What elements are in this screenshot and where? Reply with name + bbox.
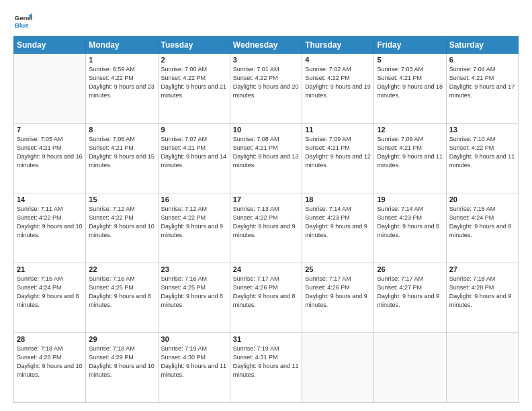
- day-number: 25: [305, 265, 371, 273]
- day-info: Sunrise: 7:10 AMSunset: 4:22 PMDaylight:…: [449, 135, 515, 170]
- calendar-cell: 28Sunrise: 7:18 AMSunset: 4:28 PMDayligh…: [14, 333, 86, 403]
- day-info: Sunrise: 7:07 AMSunset: 4:21 PMDaylight:…: [161, 135, 227, 170]
- day-number: 20: [449, 195, 515, 203]
- sunrise-text: Sunrise: 7:09 AM: [305, 136, 351, 142]
- daylight-text: Daylight: 9 hours and 8 minutes.: [161, 293, 224, 308]
- sunset-text: Sunset: 4:24 PM: [449, 214, 494, 221]
- sunrise-text: Sunrise: 7:18 AM: [449, 275, 496, 282]
- sunset-text: Sunset: 4:25 PM: [89, 284, 134, 291]
- weekday-header-row: SundayMondayTuesdayWednesdayThursdayFrid…: [14, 37, 519, 54]
- daylight-text: Daylight: 9 hours and 16 minutes.: [17, 153, 83, 169]
- day-info: Sunrise: 7:18 AMSunset: 4:28 PMDaylight:…: [449, 275, 515, 310]
- day-number: 11: [305, 126, 371, 134]
- calendar-cell: 17Sunrise: 7:13 AMSunset: 4:22 PMDayligh…: [230, 193, 302, 263]
- sunrise-text: Sunrise: 7:19 AM: [233, 345, 279, 352]
- day-number: 16: [161, 195, 227, 203]
- calendar-cell: 5Sunrise: 7:03 AMSunset: 4:21 PMDaylight…: [374, 54, 446, 124]
- weekday-header-friday: Friday: [374, 37, 446, 54]
- sunrise-text: Sunrise: 7:11 AM: [17, 205, 63, 212]
- day-number: 9: [161, 126, 227, 134]
- daylight-text: Daylight: 9 hours and 9 minutes.: [233, 223, 296, 238]
- day-number: 5: [377, 56, 443, 64]
- calendar-cell: 13Sunrise: 7:10 AMSunset: 4:22 PMDayligh…: [446, 124, 518, 193]
- sunrise-text: Sunrise: 7:16 AM: [161, 275, 208, 282]
- calendar-cell: 7Sunrise: 7:05 AMSunset: 4:21 PMDaylight…: [14, 124, 86, 193]
- calendar-cell: 27Sunrise: 7:18 AMSunset: 4:28 PMDayligh…: [446, 263, 518, 333]
- sunset-text: Sunset: 4:22 PM: [449, 144, 494, 151]
- calendar-cell: 6Sunrise: 7:04 AMSunset: 4:21 PMDaylight…: [446, 54, 518, 124]
- sunrise-text: Sunrise: 7:15 AM: [449, 205, 496, 212]
- day-info: Sunrise: 7:00 AMSunset: 4:22 PMDaylight:…: [161, 65, 227, 100]
- weekday-header-sunday: Sunday: [14, 37, 86, 54]
- daylight-text: Daylight: 9 hours and 9 minutes.: [161, 223, 224, 238]
- day-number: 3: [233, 56, 299, 64]
- daylight-text: Daylight: 9 hours and 11 minutes.: [377, 153, 443, 169]
- sunrise-text: Sunrise: 7:07 AM: [161, 136, 208, 142]
- day-number: 1: [89, 56, 154, 64]
- calendar-cell: 10Sunrise: 7:08 AMSunset: 4:21 PMDayligh…: [230, 124, 302, 193]
- weekday-header-monday: Monday: [86, 37, 158, 54]
- sunrise-text: Sunrise: 7:17 AM: [377, 275, 423, 282]
- sunset-text: Sunset: 4:26 PM: [305, 284, 350, 291]
- sunset-text: Sunset: 4:22 PM: [89, 214, 134, 221]
- weekday-header-wednesday: Wednesday: [230, 37, 302, 54]
- day-number: 7: [17, 126, 83, 134]
- sunrise-text: Sunrise: 7:02 AM: [305, 66, 351, 73]
- daylight-text: Daylight: 9 hours and 8 minutes.: [89, 293, 151, 308]
- daylight-text: Daylight: 9 hours and 9 minutes.: [305, 223, 367, 238]
- calendar-cell: 25Sunrise: 7:17 AMSunset: 4:26 PMDayligh…: [302, 263, 374, 333]
- calendar-cell: 21Sunrise: 7:15 AMSunset: 4:24 PMDayligh…: [14, 263, 86, 333]
- day-number: 18: [305, 195, 371, 203]
- sunset-text: Sunset: 4:22 PM: [89, 75, 134, 81]
- day-number: 22: [89, 265, 154, 273]
- day-info: Sunrise: 7:19 AMSunset: 4:31 PMDaylight:…: [233, 345, 299, 379]
- day-info: Sunrise: 7:05 AMSunset: 4:21 PMDaylight:…: [17, 135, 83, 170]
- day-number: 4: [305, 56, 371, 64]
- sunset-text: Sunset: 4:21 PM: [233, 144, 278, 151]
- day-number: 31: [233, 335, 299, 343]
- calendar-table: SundayMondayTuesdayWednesdayThursdayFrid…: [13, 36, 519, 403]
- sunset-text: Sunset: 4:21 PM: [305, 144, 350, 151]
- sunset-text: Sunset: 4:22 PM: [161, 214, 206, 221]
- sunrise-text: Sunrise: 7:15 AM: [17, 275, 63, 282]
- daylight-text: Daylight: 9 hours and 11 minutes.: [161, 363, 227, 378]
- day-info: Sunrise: 7:17 AMSunset: 4:26 PMDaylight:…: [305, 275, 371, 310]
- sunrise-text: Sunrise: 7:04 AM: [449, 66, 496, 73]
- daylight-text: Daylight: 9 hours and 18 minutes.: [377, 83, 443, 99]
- calendar-cell: 11Sunrise: 7:09 AMSunset: 4:21 PMDayligh…: [302, 124, 374, 193]
- calendar-cell: 9Sunrise: 7:07 AMSunset: 4:21 PMDaylight…: [158, 124, 230, 193]
- day-info: Sunrise: 7:16 AMSunset: 4:25 PMDaylight:…: [161, 275, 227, 310]
- day-number: 24: [233, 265, 299, 273]
- daylight-text: Daylight: 9 hours and 10 minutes.: [89, 363, 154, 378]
- sunrise-text: Sunrise: 7:14 AM: [305, 205, 351, 212]
- day-info: Sunrise: 7:12 AMSunset: 4:22 PMDaylight:…: [161, 205, 227, 240]
- sunset-text: Sunset: 4:28 PM: [449, 284, 494, 291]
- daylight-text: Daylight: 9 hours and 23 minutes.: [89, 83, 154, 99]
- calendar-cell: 23Sunrise: 7:16 AMSunset: 4:25 PMDayligh…: [158, 263, 230, 333]
- calendar-cell: 3Sunrise: 7:01 AMSunset: 4:22 PMDaylight…: [230, 54, 302, 124]
- sunset-text: Sunset: 4:21 PM: [377, 75, 422, 81]
- sunrise-text: Sunrise: 7:19 AM: [161, 345, 208, 352]
- day-number: 30: [161, 335, 227, 343]
- day-number: 15: [89, 195, 154, 203]
- daylight-text: Daylight: 9 hours and 11 minutes.: [449, 153, 515, 169]
- day-number: 6: [449, 56, 515, 64]
- day-info: Sunrise: 7:14 AMSunset: 4:23 PMDaylight:…: [377, 205, 443, 240]
- daylight-text: Daylight: 9 hours and 14 minutes.: [161, 153, 227, 169]
- sunset-text: Sunset: 4:22 PM: [305, 75, 350, 81]
- daylight-text: Daylight: 9 hours and 8 minutes.: [233, 293, 296, 308]
- calendar-cell: [446, 333, 518, 403]
- calendar-cell: 22Sunrise: 7:16 AMSunset: 4:25 PMDayligh…: [86, 263, 158, 333]
- day-info: Sunrise: 7:16 AMSunset: 4:25 PMDaylight:…: [89, 275, 154, 310]
- calendar-cell: [302, 333, 374, 403]
- calendar-cell: [374, 333, 446, 403]
- day-number: 19: [377, 195, 443, 203]
- day-info: Sunrise: 7:01 AMSunset: 4:22 PMDaylight:…: [233, 65, 299, 100]
- day-number: 14: [17, 195, 83, 203]
- sunrise-text: Sunrise: 7:01 AM: [233, 66, 279, 73]
- day-number: 10: [233, 126, 299, 134]
- sunset-text: Sunset: 4:23 PM: [377, 214, 422, 221]
- daylight-text: Daylight: 9 hours and 21 minutes.: [161, 83, 227, 99]
- sunset-text: Sunset: 4:22 PM: [161, 75, 206, 81]
- daylight-text: Daylight: 9 hours and 9 minutes.: [377, 293, 439, 308]
